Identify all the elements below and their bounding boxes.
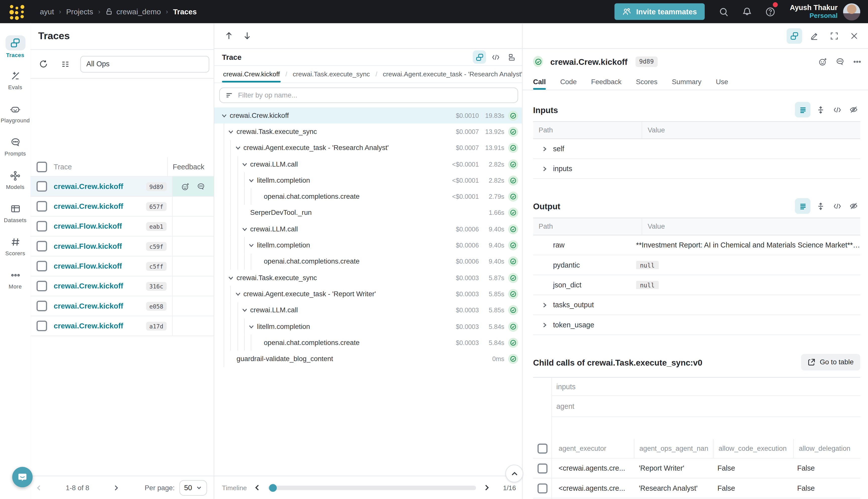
comment-icon[interactable] bbox=[196, 182, 205, 191]
output-expand-rows-button[interactable] bbox=[814, 199, 827, 212]
collapse-panel-button[interactable] bbox=[505, 465, 523, 483]
row-checkbox[interactable] bbox=[36, 281, 47, 291]
output-hide-button[interactable] bbox=[847, 199, 860, 212]
trace-name-link[interactable]: crewai.Crew.kickoff bbox=[54, 202, 123, 210]
output-row-tasks-output[interactable]: tasks_output bbox=[533, 295, 860, 315]
chevron-down-icon[interactable] bbox=[242, 227, 247, 232]
go-to-table-button[interactable]: Go to table bbox=[801, 354, 860, 370]
inputs-code-view-button[interactable] bbox=[830, 103, 844, 116]
trace-tree-row[interactable]: crewai.LLM.call <$0.0001 2.82s bbox=[214, 156, 523, 172]
chevron-down-icon[interactable] bbox=[249, 324, 254, 329]
input-row-inputs[interactable]: inputs bbox=[533, 159, 860, 179]
invite-teammates-button[interactable]: Invite teammates bbox=[615, 3, 705, 20]
inputs-list-view-button[interactable] bbox=[795, 102, 810, 118]
arrow-up-icon[interactable] bbox=[224, 31, 234, 40]
timeline-slider-knob[interactable] bbox=[269, 484, 277, 491]
trace-tree-row[interactable]: crewai.LLM.call $0.0003 5.85s bbox=[214, 302, 523, 318]
trace-name-link[interactable]: crewai.Crew.kickoff bbox=[54, 182, 123, 191]
breadcrumb-projects[interactable]: Projects bbox=[66, 8, 93, 16]
chevron-down-icon[interactable] bbox=[249, 178, 254, 183]
trace-table-row[interactable]: crewai.Flow.kickoff c59f bbox=[30, 236, 214, 256]
chevron-down-icon[interactable] bbox=[228, 275, 234, 281]
column-header-feedback[interactable]: Feedback bbox=[167, 157, 214, 176]
next-page-button[interactable] bbox=[108, 484, 125, 491]
wandb-logo-icon[interactable] bbox=[8, 2, 27, 21]
trace-table-row[interactable]: crewai.Flow.kickoff c5ff bbox=[30, 256, 214, 276]
sidebar-item-evals[interactable]: Evals bbox=[0, 63, 30, 96]
trace-tree-row[interactable]: openai.chat.completions.create $0.0003 5… bbox=[214, 335, 523, 351]
trace-table-row[interactable]: crewai.Flow.kickoff eab1 bbox=[30, 217, 214, 236]
add-reaction-icon[interactable] bbox=[818, 57, 828, 66]
tab-scores[interactable]: Scores bbox=[636, 74, 658, 90]
trace-name-link[interactable]: crewai.Crew.kickoff bbox=[54, 282, 123, 290]
per-page-select[interactable]: 50 bbox=[179, 480, 207, 496]
trace-table-row[interactable]: crewai.Crew.kickoff e058 bbox=[30, 296, 214, 316]
trace-tree-row[interactable]: openai.chat.completions.create $0.0006 9… bbox=[214, 254, 523, 270]
row-checkbox[interactable] bbox=[537, 463, 547, 473]
inputs-hide-button[interactable] bbox=[847, 103, 860, 116]
more-options-icon[interactable] bbox=[853, 57, 862, 66]
sidebar-item-datasets[interactable]: Datasets bbox=[0, 196, 30, 229]
avatar[interactable] bbox=[843, 3, 860, 20]
trace-tree-row[interactable]: crewai.Agent.execute_task - 'Research An… bbox=[214, 140, 523, 156]
chevron-down-icon[interactable] bbox=[249, 242, 254, 248]
call-id-badge[interactable]: 9d89 bbox=[635, 56, 658, 67]
tab-use[interactable]: Use bbox=[716, 74, 728, 90]
trace-tree-row[interactable]: openai.chat.completions.create <$0.0001 … bbox=[214, 188, 523, 205]
ops-filter-select[interactable]: All Ops bbox=[80, 56, 210, 72]
sidebar-item-scorers[interactable]: Scorers bbox=[0, 229, 30, 262]
row-checkbox[interactable] bbox=[36, 241, 47, 252]
sidebar-item-playground[interactable]: Playground bbox=[0, 97, 30, 130]
row-checkbox[interactable] bbox=[36, 320, 47, 331]
trace-name-link[interactable]: crewai.Flow.kickoff bbox=[54, 262, 122, 270]
chevron-down-icon[interactable] bbox=[222, 113, 227, 118]
trace-table-row[interactable]: crewai.Crew.kickoff 657f bbox=[30, 196, 214, 216]
sidebar-item-models[interactable]: Models bbox=[0, 163, 30, 196]
trace-tree-row[interactable]: guardrail-validate_blog_content 0ms bbox=[214, 351, 523, 367]
trace-name-link[interactable]: crewai.Crew.kickoff bbox=[54, 302, 123, 310]
tree-view-button[interactable] bbox=[473, 50, 486, 64]
trace-tab-0[interactable]: crewai.Crew.kickoff bbox=[222, 66, 281, 82]
user-info[interactable]: Ayush Thakur Personal bbox=[790, 4, 838, 20]
chevron-down-icon[interactable] bbox=[235, 145, 240, 151]
flame-graph-button[interactable] bbox=[505, 50, 518, 64]
arrow-down-icon[interactable] bbox=[243, 31, 252, 40]
trace-tree-row[interactable]: crewai.Task.execute_sync $0.0007 13.92s bbox=[214, 124, 523, 140]
expand-button[interactable] bbox=[827, 28, 842, 44]
timeline-prev-button[interactable] bbox=[252, 484, 262, 491]
search-button[interactable] bbox=[712, 0, 736, 23]
close-button[interactable] bbox=[846, 28, 862, 44]
row-checkbox[interactable] bbox=[36, 301, 47, 311]
op-name-filter-input[interactable]: Filter by op name... bbox=[219, 87, 518, 103]
chevron-down-icon[interactable] bbox=[242, 161, 247, 167]
child-call-row[interactable]: <crewai.agents.cre... 'Report Writer' Fa… bbox=[533, 459, 860, 478]
trace-tab-2[interactable]: crewai.Agent.execute_task - 'Research An… bbox=[382, 66, 523, 82]
tab-feedback[interactable]: Feedback bbox=[591, 74, 622, 90]
trace-tree-row[interactable]: crewai.Crew.kickoff $0.0010 19.83s bbox=[214, 108, 523, 124]
column-header-trace[interactable]: Trace bbox=[54, 162, 167, 171]
trace-tree-row[interactable]: crewai.Agent.execute_task - 'Report Writ… bbox=[214, 286, 523, 302]
chevron-down-icon[interactable] bbox=[228, 129, 234, 134]
tab-code[interactable]: Code bbox=[560, 74, 576, 90]
breadcrumb-entity[interactable]: ayut bbox=[40, 8, 54, 16]
output-row-json-dict[interactable]: json_dict null bbox=[533, 275, 860, 295]
detail-tree-view-button[interactable] bbox=[786, 28, 802, 44]
select-all-checkbox[interactable] bbox=[36, 161, 47, 172]
trace-tree-row[interactable]: litellm.completion <$0.0001 2.82s bbox=[214, 172, 523, 189]
support-chat-button[interactable] bbox=[12, 467, 33, 487]
row-checkbox[interactable] bbox=[36, 221, 47, 231]
chevron-down-icon[interactable] bbox=[235, 291, 240, 297]
tab-summary[interactable]: Summary bbox=[672, 74, 702, 90]
trace-table-row[interactable]: crewai.Crew.kickoff 9d89 bbox=[30, 177, 214, 196]
trace-tab-1[interactable]: crewai.Task.execute_sync bbox=[292, 66, 371, 82]
inputs-expand-rows-button[interactable] bbox=[814, 103, 827, 116]
trace-table-row[interactable]: crewai.Crew.kickoff 316c bbox=[30, 276, 214, 296]
output-row-token-usage[interactable]: token_usage bbox=[533, 315, 860, 335]
trace-tree-row[interactable]: litellm.completion $0.0006 9.40s bbox=[214, 237, 523, 254]
tab-call[interactable]: Call bbox=[533, 74, 546, 90]
comment-icon[interactable] bbox=[835, 57, 845, 66]
refresh-button[interactable] bbox=[36, 57, 50, 71]
output-list-view-button[interactable] bbox=[795, 198, 810, 214]
trace-tree-row[interactable]: crewai.LLM.call $0.0006 9.40s bbox=[214, 221, 523, 238]
output-row-pydantic[interactable]: pydantic null bbox=[533, 255, 860, 275]
